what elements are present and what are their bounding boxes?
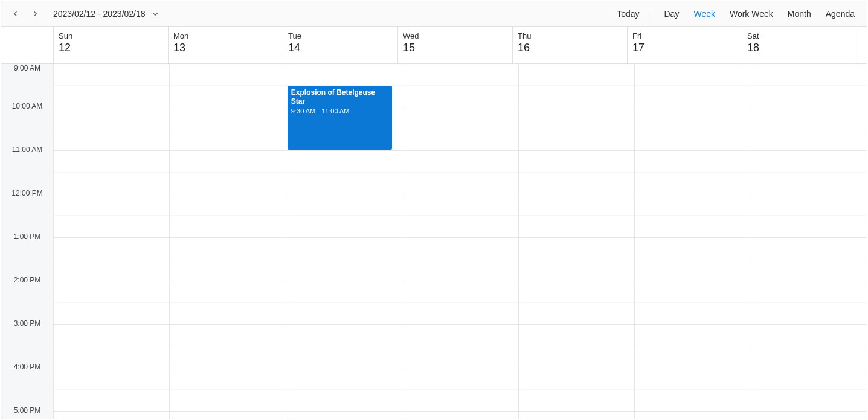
work-cell[interactable] [519, 194, 634, 216]
work-cell[interactable] [54, 281, 169, 303]
work-cell[interactable] [54, 325, 169, 346]
work-cell[interactable] [635, 216, 750, 238]
work-cell[interactable] [519, 259, 634, 281]
work-cell[interactable] [751, 194, 867, 216]
work-cell[interactable] [402, 173, 518, 194]
work-cell[interactable] [402, 259, 518, 281]
work-cell[interactable] [635, 412, 750, 419]
work-cell[interactable] [519, 346, 634, 368]
work-cell[interactable] [519, 412, 634, 419]
work-cell[interactable] [170, 129, 285, 151]
work-cell[interactable] [402, 303, 518, 325]
work-cell[interactable] [286, 194, 402, 216]
work-cell[interactable] [519, 325, 634, 346]
work-cell[interactable] [751, 390, 867, 412]
work-cell[interactable] [519, 281, 634, 303]
appointment[interactable]: Explosion of Betelgeuse Star9:30 AM - 11… [288, 86, 392, 150]
work-cell[interactable] [751, 64, 867, 86]
work-cell[interactable] [170, 86, 285, 107]
work-cell[interactable] [54, 173, 169, 194]
work-cell[interactable] [286, 64, 402, 86]
work-cell[interactable] [286, 325, 402, 346]
work-cell[interactable] [54, 107, 169, 129]
work-cell[interactable] [54, 303, 169, 325]
work-cell[interactable] [170, 390, 285, 412]
work-cell[interactable] [519, 129, 634, 151]
work-cell[interactable] [402, 325, 518, 346]
work-cell[interactable] [402, 194, 518, 216]
day-column[interactable] [518, 64, 634, 419]
work-cell[interactable] [402, 346, 518, 368]
work-cell[interactable] [751, 173, 867, 194]
work-cell[interactable] [519, 216, 634, 238]
work-cell[interactable] [286, 281, 402, 303]
work-cell[interactable] [286, 412, 402, 419]
work-cell[interactable] [170, 412, 285, 419]
work-cell[interactable] [635, 86, 750, 107]
work-cell[interactable] [635, 325, 750, 346]
work-cell[interactable] [519, 303, 634, 325]
work-cell[interactable] [519, 151, 634, 173]
work-cell[interactable] [751, 107, 867, 129]
work-cell[interactable] [170, 238, 285, 259]
work-cell[interactable] [170, 259, 285, 281]
work-cell[interactable] [54, 194, 169, 216]
work-cell[interactable] [635, 107, 750, 129]
day-header[interactable]: Wed15 [397, 27, 512, 63]
work-cell[interactable] [170, 151, 285, 173]
work-cell[interactable] [286, 390, 402, 412]
prev-button[interactable] [6, 4, 25, 24]
work-cell[interactable] [54, 238, 169, 259]
day-header[interactable]: Thu16 [512, 27, 627, 63]
work-cell[interactable] [54, 216, 169, 238]
work-cell[interactable] [170, 216, 285, 238]
work-cell[interactable] [286, 173, 402, 194]
work-cell[interactable] [402, 151, 518, 173]
work-cell[interactable] [54, 390, 169, 412]
work-cell[interactable] [635, 151, 750, 173]
view-week[interactable]: Week [686, 1, 722, 26]
work-cell[interactable] [402, 64, 518, 86]
calendar-scroll[interactable]: 9:00 AM10:00 AM11:00 AM12:00 PM1:00 PM2:… [1, 64, 867, 419]
work-cell[interactable] [751, 238, 867, 259]
today-button[interactable]: Today [609, 1, 646, 26]
work-cell[interactable] [170, 281, 285, 303]
work-cell[interactable] [751, 368, 867, 390]
day-column[interactable] [402, 64, 518, 419]
work-cell[interactable] [635, 259, 750, 281]
work-cell[interactable] [751, 129, 867, 151]
work-cell[interactable] [54, 368, 169, 390]
work-cell[interactable] [635, 173, 750, 194]
work-cell[interactable] [170, 194, 285, 216]
day-header[interactable]: Fri17 [627, 27, 742, 63]
work-cell[interactable] [286, 259, 402, 281]
day-column[interactable] [634, 64, 750, 419]
view-work-week[interactable]: Work Week [722, 1, 780, 26]
work-cell[interactable] [286, 151, 402, 173]
work-cell[interactable] [170, 107, 285, 129]
work-cell[interactable] [286, 303, 402, 325]
work-cell[interactable] [635, 64, 750, 86]
view-day[interactable]: Day [657, 1, 687, 26]
day-header[interactable]: Sun12 [53, 27, 168, 63]
work-cell[interactable] [519, 107, 634, 129]
date-range-picker[interactable]: 2023/02/12 - 2023/02/18 [45, 4, 167, 24]
day-header[interactable]: Tue14 [283, 27, 397, 63]
work-cell[interactable] [751, 151, 867, 173]
next-button[interactable] [25, 4, 45, 24]
work-cell[interactable] [170, 346, 285, 368]
work-cell[interactable] [635, 281, 750, 303]
work-cell[interactable] [170, 325, 285, 346]
work-cell[interactable] [170, 303, 285, 325]
work-cell[interactable] [635, 129, 750, 151]
work-cell[interactable] [170, 173, 285, 194]
work-cell[interactable] [54, 259, 169, 281]
day-column[interactable] [53, 64, 169, 419]
work-cell[interactable] [519, 173, 634, 194]
work-cell[interactable] [402, 238, 518, 259]
work-cell[interactable] [635, 346, 750, 368]
work-cell[interactable] [519, 238, 634, 259]
work-cell[interactable] [751, 86, 867, 107]
work-cell[interactable] [519, 86, 634, 107]
day-header[interactable]: Mon13 [168, 27, 283, 63]
